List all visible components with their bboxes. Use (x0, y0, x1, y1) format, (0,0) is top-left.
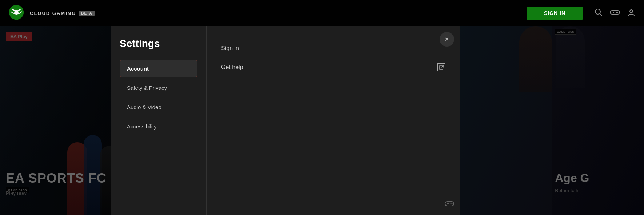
external-link-icon (437, 63, 445, 71)
svg-line-11 (441, 65, 444, 67)
signin-button[interactable]: SIGN IN (527, 7, 583, 20)
settings-sidebar: Settings Account Safety & Privacy Audio … (111, 26, 206, 215)
beta-badge: BETA (79, 11, 94, 16)
svg-point-1 (14, 10, 19, 15)
settings-modal: × Settings Account Safety & Privacy Audi… (111, 26, 460, 215)
settings-content: Sign in Get help (206, 26, 460, 215)
controller-icon[interactable] (610, 9, 620, 17)
xbox-logo (9, 5, 24, 21)
modal-controller-icon (445, 200, 454, 209)
svg-rect-4 (610, 11, 620, 14)
sidebar-item-accessibility[interactable]: Accessibility (120, 118, 197, 135)
settings-inner: Settings Account Safety & Privacy Audio … (111, 26, 460, 215)
svg-point-7 (616, 12, 617, 13)
svg-point-9 (630, 10, 633, 13)
svg-line-3 (600, 13, 602, 16)
svg-point-15 (451, 203, 452, 204)
svg-point-8 (617, 12, 618, 13)
sidebar-item-safety-privacy[interactable]: Safety & Privacy (120, 79, 197, 97)
sidebar-item-audio-video[interactable]: Audio & Video (120, 98, 197, 116)
navbar: CLOUD GAMING BETA SIGN IN (0, 0, 644, 26)
search-icon[interactable] (595, 8, 603, 18)
svg-point-16 (452, 203, 453, 204)
nav-icons (595, 8, 635, 18)
profile-icon[interactable] (627, 8, 635, 18)
account-get-help[interactable]: Get help (221, 62, 445, 73)
settings-title: Settings (120, 38, 197, 49)
sidebar-item-account[interactable]: Account (120, 60, 197, 77)
close-button[interactable]: × (440, 32, 454, 47)
cloud-gaming-label: CLOUD GAMING BETA (30, 11, 95, 16)
account-sign-in[interactable]: Sign in (221, 44, 445, 53)
